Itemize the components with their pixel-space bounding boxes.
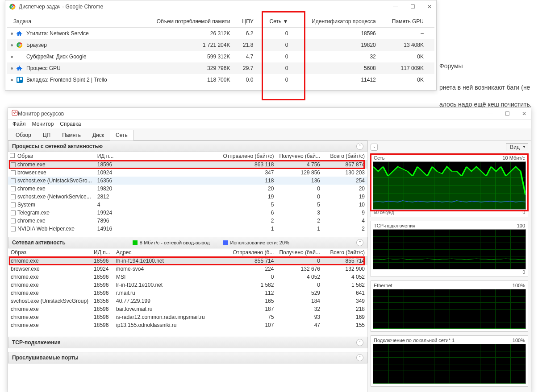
monitor-title: Монитор ресурсов	[18, 111, 487, 117]
process-row[interactable]: browser.exe10924347129 856130 203	[8, 169, 367, 177]
legend-usage-swatch	[223, 240, 228, 245]
task-row[interactable]: Процесс GPU329 796K29.705608117 009K	[7, 62, 434, 74]
right-collapse-icon[interactable]: ›	[371, 144, 378, 151]
activity-row[interactable]: chrome.exe18596MSI04 0524 052	[8, 273, 367, 281]
col-network[interactable]: Сеть ▼	[257, 16, 292, 28]
section-tcp-header[interactable]: TCP-подключения ˅	[8, 337, 367, 348]
col-gpu[interactable]: Память GPU	[380, 16, 427, 28]
monitor-left-panel: Процессы с сетевой активностью ˄ Образ И…	[8, 140, 368, 392]
process-row[interactable]: chrome.exe18596863 1184 756867 874	[8, 161, 367, 169]
col-pid[interactable]: ИД п...	[95, 152, 121, 161]
col-pid[interactable]: ИД п...	[91, 248, 113, 257]
col-sent[interactable]: Отправлено (байт/с)	[121, 152, 277, 161]
section-ports-header[interactable]: Прослушиваемые порты ˅	[8, 352, 367, 363]
processes-table: Образ ИД п... Отправлено (байт/с) Получе…	[8, 152, 367, 233]
activity-row[interactable]: chrome.exe18596bar.love.mail.ru18732218	[8, 305, 367, 313]
maximize-button[interactable]: ☐	[409, 4, 416, 10]
bg-text-line1: рнета в ней возникают баги (не	[439, 84, 530, 91]
chrome-window-title: Диспетчер задач - Google Chrome	[19, 4, 392, 10]
tab-network[interactable]: Сеть	[110, 130, 133, 140]
svg-rect-8	[12, 110, 17, 116]
svg-point-2	[12, 6, 13, 8]
monitor-window-controls: — ☐ ✕	[487, 111, 527, 117]
monitor-titlebar[interactable]: Монитор ресурсов — ☐ ✕	[8, 108, 531, 120]
activity-row[interactable]: chrome.exe18596r.mail.ru112529641	[8, 289, 367, 297]
maximize-button[interactable]: ☐	[504, 111, 510, 117]
minimize-button[interactable]: —	[487, 111, 493, 117]
expand-icon[interactable]: ˅	[356, 339, 363, 346]
monitor-tabs: Обзор ЦП Память Диск Сеть	[8, 128, 531, 140]
task-row[interactable]: Утилита: Network Service26 312K6.2018596…	[7, 28, 434, 40]
header-checkbox[interactable]	[10, 153, 15, 158]
activity-row[interactable]: chrome.exe18596is-radar12.common.radar.i…	[8, 313, 367, 321]
col-image[interactable]: Образ	[8, 248, 91, 257]
activity-legend: 8 Мбит/с - сетевой ввод-вывод Использова…	[133, 240, 289, 246]
process-row[interactable]: Telegram.exe19924639	[8, 209, 367, 217]
collapse-icon[interactable]: ˄	[356, 143, 363, 150]
svg-rect-6	[17, 78, 19, 82]
process-row[interactable]: System45510	[8, 201, 367, 209]
task-row[interactable]: Браузер1 721 204K21.801982013 408K	[7, 39, 434, 51]
graph-panel: Сеть10 Мбит/с60 секунд0	[371, 153, 528, 217]
col-pid[interactable]: Идентификатор процесса	[292, 16, 379, 28]
process-row[interactable]: NVIDIA Web Helper.exe14916112	[8, 225, 367, 233]
monitor-menu: Файл Монитор Справка	[8, 120, 531, 128]
graph-panel: Ethernet100%	[371, 281, 528, 332]
col-recv[interactable]: Получено (бай...	[276, 152, 323, 161]
process-row[interactable]: svchost.exe (UnistackSvcGro...1635611813…	[8, 177, 367, 185]
graph-panel: Подключение по локальной сети* 1100%	[371, 335, 528, 387]
tab-disk[interactable]: Диск	[87, 130, 110, 140]
chrome-task-manager-window: Диспетчер задач - Google Chrome — ☐ ✕ За…	[5, 0, 437, 91]
tab-overview[interactable]: Обзор	[10, 130, 37, 140]
window-controls: — ☐ ✕	[392, 4, 433, 10]
legend-io-label: 8 Мбит/с - сетевой ввод-вывод	[140, 240, 210, 245]
svg-point-4	[19, 44, 21, 46]
activity-row[interactable]: svchost.exe (UnistackSvcGroup)1635640.77…	[8, 297, 367, 305]
tab-memory[interactable]: Память	[56, 130, 87, 140]
activity-row[interactable]: chrome.exe18596ip13.155.odnoklassniki.ru…	[8, 321, 367, 329]
section-activity-header[interactable]: Сетевая активность 8 Мбит/с - сетевой вв…	[8, 237, 367, 248]
process-row[interactable]: svchost.exe (NetworkService...281219019	[8, 193, 367, 201]
task-row[interactable]: Вкладка: Frontend Spint 2 | Trello118 70…	[7, 74, 434, 86]
monitor-right-panel: › Вид Сеть10 Мбит/с60 секунд0TCP-подключ…	[368, 140, 531, 392]
section-processes-title: Процессы с сетевой активностью	[12, 143, 103, 149]
chrome-titlebar[interactable]: Диспетчер задач - Google Chrome — ☐ ✕	[5, 0, 436, 13]
bg-text-forums: Форумы	[439, 62, 463, 70]
view-dropdown[interactable]: Вид	[506, 143, 528, 151]
activity-row[interactable]: chrome.exe18596lh-in-f194.1e100.net855 7…	[8, 257, 367, 265]
legend-usage-label: Использование сети: 20%	[230, 240, 289, 245]
col-total[interactable]: Всего (байт/с)	[323, 152, 367, 161]
col-memory[interactable]: Объем потребляемой памяти	[134, 16, 234, 28]
menu-monitor[interactable]: Монитор	[32, 121, 54, 127]
col-task[interactable]: Задача	[7, 16, 134, 28]
activity-row[interactable]: browser.exe10924ihome-svo4224132 676132 …	[8, 265, 367, 273]
tab-cpu[interactable]: ЦП	[37, 130, 57, 140]
menu-help[interactable]: Справка	[60, 121, 81, 127]
chrome-task-table: Задача Объем потребляемой памяти ЦПУ Сет…	[7, 16, 434, 86]
collapse-icon[interactable]: ˄	[356, 239, 363, 246]
monitor-icon	[12, 110, 18, 117]
close-button[interactable]: ✕	[426, 4, 433, 10]
process-row[interactable]: chrome.exe7896224	[8, 217, 367, 225]
expand-icon[interactable]: ˅	[356, 354, 363, 361]
menu-file[interactable]: Файл	[13, 121, 26, 127]
process-row[interactable]: chrome.exe1982020020	[8, 185, 367, 193]
activity-table: Образ ИД п... Адрес Отправлено (б... Пол…	[8, 248, 367, 329]
legend-io-swatch	[133, 240, 138, 245]
bg-text-line2: алось надо ещё кеш почистить.	[439, 101, 532, 108]
activity-row[interactable]: chrome.exe18596lr-in-f102.1e100.net1 582…	[8, 281, 367, 289]
col-address[interactable]: Адрес	[113, 248, 208, 257]
close-button[interactable]: ✕	[521, 111, 527, 117]
minimize-button[interactable]: —	[392, 4, 399, 10]
col-total[interactable]: Всего (байт/с)	[323, 248, 367, 257]
col-sent[interactable]: Отправлено (б...	[208, 248, 277, 257]
section-tcp-title: TCP-подключения	[12, 339, 61, 346]
task-row[interactable]: Субфрейм: Диск Google599 312K4.70320K	[7, 51, 434, 62]
section-activity-title: Сетевая активность	[12, 239, 66, 246]
col-image[interactable]: Образ	[17, 153, 33, 159]
resource-monitor-window: Монитор ресурсов — ☐ ✕ Файл Монитор Спра…	[8, 107, 531, 392]
col-recv[interactable]: Получено (бай...	[276, 248, 323, 257]
col-cpu[interactable]: ЦПУ	[234, 16, 257, 28]
svg-rect-7	[20, 78, 22, 80]
section-processes-header[interactable]: Процессы с сетевой активностью ˄	[8, 140, 367, 152]
